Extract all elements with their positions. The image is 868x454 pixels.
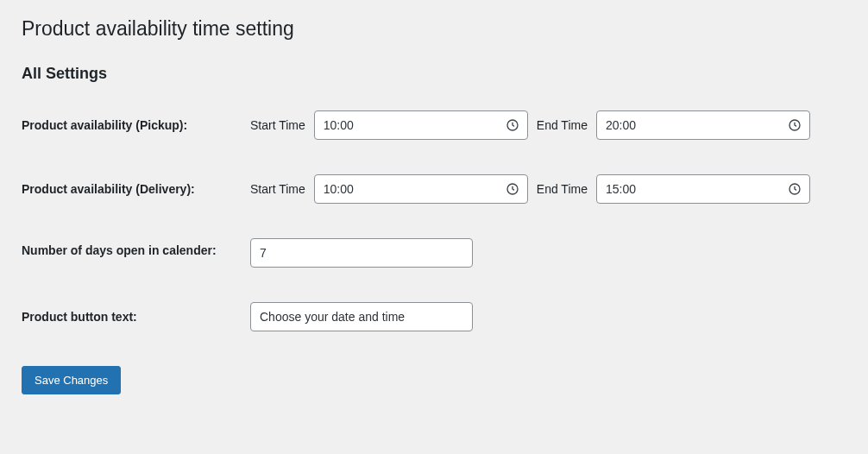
save-button[interactable]: Save Changes (22, 366, 121, 394)
delivery-start-wrapper (314, 174, 528, 204)
settings-form: Product availability (Pickup): Start Tim… (22, 110, 846, 394)
pickup-row: Product availability (Pickup): Start Tim… (22, 110, 846, 140)
delivery-end-input[interactable] (596, 174, 810, 204)
pickup-end-wrapper (596, 110, 810, 140)
days-fields (250, 238, 473, 268)
pickup-start-wrapper (314, 110, 528, 140)
page-title: Product availability time setting (22, 17, 846, 41)
button-text-row: Product button text: (22, 302, 846, 331)
pickup-label: Product availability (Pickup): (22, 118, 250, 132)
days-input[interactable] (250, 238, 473, 268)
page-subtitle: All Settings (22, 65, 846, 83)
delivery-row: Product availability (Delivery): Start T… (22, 174, 846, 204)
pickup-start-label: Start Time (250, 118, 305, 132)
days-label: Number of days open in calender: (22, 238, 250, 257)
days-row: Number of days open in calender: (22, 238, 846, 268)
button-text-label: Product button text: (22, 310, 250, 324)
pickup-end-input[interactable] (596, 110, 810, 140)
delivery-end-wrapper (596, 174, 810, 204)
delivery-label: Product availability (Delivery): (22, 182, 250, 196)
delivery-start-input[interactable] (314, 174, 528, 204)
pickup-end-label: End Time (537, 118, 588, 132)
delivery-start-label: Start Time (250, 182, 305, 196)
delivery-end-label: End Time (537, 182, 588, 196)
button-text-fields (250, 302, 473, 331)
pickup-fields: Start Time End Time (250, 110, 810, 140)
delivery-fields: Start Time End Time (250, 174, 810, 204)
pickup-start-input[interactable] (314, 110, 528, 140)
button-text-input[interactable] (250, 302, 473, 331)
form-actions: Save Changes (22, 366, 846, 394)
